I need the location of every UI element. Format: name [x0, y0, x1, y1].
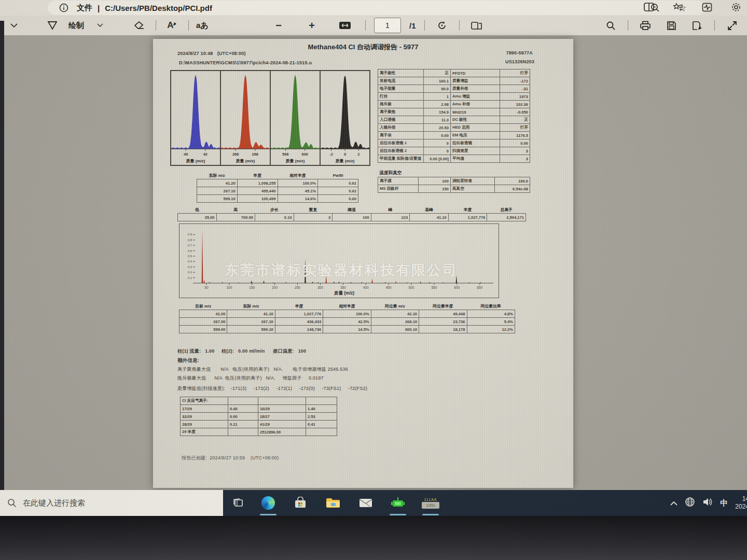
draw-label[interactable]: 绘制	[68, 21, 84, 31]
table-row: 发射电流160.1质量增益-172	[378, 77, 530, 85]
cell: 甲烷流量 实际值/设置值	[378, 155, 424, 163]
print-icon[interactable]	[637, 19, 654, 32]
save-icon[interactable]	[662, 19, 680, 32]
cell: 14.6%	[278, 195, 318, 203]
cell: 11.3	[424, 116, 451, 124]
svg-text:500: 500	[409, 286, 414, 289]
column-header: 同位素 m/z	[371, 302, 419, 310]
cell: 45.1%	[278, 187, 318, 195]
monitor-bezel	[0, 516, 747, 560]
info-icon[interactable]	[55, 2, 73, 14]
collections-icon[interactable]	[669, 1, 687, 13]
draw-pen-icon[interactable]	[44, 19, 61, 32]
svg-text:质量 (m/z): 质量 (m/z)	[285, 159, 305, 163]
cell: 41.00	[179, 310, 227, 318]
page-number-input[interactable]	[374, 18, 401, 33]
table-row: 甲烷流量 实际值/设置值0.00 [0.00]平均值3	[378, 155, 530, 163]
cell: 电子能量	[378, 85, 424, 93]
cell: 高真空	[451, 185, 495, 193]
profile-plot-2: 266268质量 (m/z)	[221, 70, 271, 166]
cell: -0.050	[500, 108, 530, 116]
report-created-footer: 报告已创建: 2024/8/27 10:59 (UTC+08:00)	[182, 455, 279, 461]
table-row: 29 丰度2512896.00	[181, 428, 337, 436]
draw-chevron-icon[interactable]	[91, 19, 109, 32]
settings-menu-icon[interactable]	[727, 1, 745, 13]
address-bar[interactable]: 文件 | C:/Users/PB/Desktop/PCI.pdf ☆	[48, 1, 704, 15]
file-menu-label[interactable]: 文件	[77, 3, 92, 13]
cell: 0.41	[306, 421, 337, 428]
collapse-chevron-icon[interactable]	[5, 19, 23, 32]
table-row: 后拉出板透镜 10拉出板透镜0.00	[378, 139, 530, 147]
cell: 2.53	[306, 413, 337, 421]
svg-text:质量 (m/z): 质量 (m/z)	[335, 159, 355, 163]
column-header: 同位素比率	[467, 302, 515, 310]
svg-text:0.9: 0.9	[188, 233, 192, 236]
windows-taskbar: 在此键入进行搜索 111AA 120c 中	[0, 490, 747, 516]
cell: 0.00	[228, 413, 258, 421]
svg-text:-2: -2	[329, 152, 333, 157]
table-row: 推斥极2.98Amu 补偿102.36	[378, 101, 530, 108]
cell: 平均值	[451, 155, 500, 163]
cell	[228, 428, 258, 436]
add-text-icon[interactable]: A	[163, 19, 181, 32]
ime-indicator[interactable]: 中	[720, 498, 728, 508]
split-screen-icon[interactable]	[640, 1, 658, 13]
pdf-viewer-background: Methane404 CI 自动调谐报告 - 5977 2024/8/27 10…	[0, 35, 747, 490]
read-aloud-icon[interactable]: aあ	[196, 21, 209, 31]
column-header: 丰度	[448, 206, 487, 214]
cell	[306, 397, 337, 405]
rotate-icon[interactable]	[433, 19, 451, 32]
profile-plot-4: -202质量 (m/z)	[321, 70, 370, 166]
cell: 0.62	[318, 179, 358, 187]
pdf-toolbar: 绘制 A aあ − + /1	[0, 16, 747, 36]
browser-essentials-icon[interactable]	[698, 1, 716, 13]
cell: 0.10	[255, 214, 294, 221]
taskbar-clock[interactable]: 14:1 2024/8	[735, 495, 747, 511]
cell: 1,098,255	[237, 179, 278, 187]
masshunter-app-taskbar-icon[interactable]: 111AA 120c	[419, 493, 442, 513]
zoom-in-icon[interactable]: +	[303, 19, 321, 32]
svg-text:0.2: 0.2	[188, 271, 192, 274]
cell: 160.1	[424, 77, 451, 85]
task-view-button[interactable]	[227, 493, 250, 513]
extra-info-heading: 额外信息:	[177, 357, 199, 364]
svg-text:250: 250	[295, 286, 300, 289]
save-as-icon[interactable]	[688, 19, 706, 32]
target-masses-table: 目标 m/z实际 m/z丰度相对丰度同位素 m/z同位素丰度同位素比率41.00…	[179, 302, 515, 333]
eraser-icon[interactable]	[131, 19, 148, 32]
cell: 0.40	[228, 405, 258, 413]
page-view-icon[interactable]	[468, 19, 486, 32]
mail-taskbar-icon[interactable]	[354, 493, 377, 513]
cell: 90.0	[424, 85, 451, 93]
store-taskbar-icon[interactable]	[289, 493, 312, 513]
taskbar-search-box[interactable]: 在此键入进行搜索	[0, 490, 223, 516]
column-header: 峰	[371, 206, 410, 214]
find-in-document-icon[interactable]	[602, 19, 619, 32]
cell: 2,504,171	[487, 214, 526, 221]
table-row: 入镜补偿20.53HED 启用打开	[378, 124, 530, 132]
page-count-label: /1	[409, 21, 416, 30]
zoom-out-icon[interactable]: −	[270, 19, 287, 32]
volume-icon[interactable]	[702, 497, 713, 509]
scan-parameters-table: 低高步长重复阈值峰基峰丰度总离子35.00700.000.10310022341…	[177, 206, 526, 221]
hidden-icons-chevron[interactable]	[670, 498, 677, 508]
fit-page-icon[interactable]	[336, 19, 354, 32]
cell: 1973	[500, 93, 530, 101]
repeller-line: 推斥极最大值 N/A 电压(使用的离子) N/A. 增益因子 0.0197	[177, 375, 324, 382]
table-row: 599.10100,49914.6%0.60	[197, 195, 358, 203]
svg-text:400: 400	[363, 286, 369, 289]
cell: 涡轮泵转速	[451, 177, 495, 185]
report-datetime: 2024/8/27 10:48 (UTC+08:00)	[177, 51, 246, 56]
cell: -172	[500, 77, 530, 85]
file-explorer-taskbar-icon[interactable]	[322, 493, 344, 513]
cell: 0	[424, 147, 451, 155]
edge-taskbar-icon[interactable]	[257, 493, 280, 513]
instrument-status-text: 111AA	[422, 498, 439, 502]
network-globe-icon[interactable]	[685, 497, 695, 509]
table-row: 后拉出板透镜 20扫描速度3	[378, 147, 530, 155]
cell: 离子体	[378, 132, 424, 139]
cell: 267.00	[179, 318, 227, 326]
instrument-app-taskbar-icon[interactable]	[386, 493, 409, 513]
fullscreen-icon[interactable]	[723, 19, 741, 32]
table-row: 离子聚焦154.9Wid219-0.050	[378, 108, 530, 116]
